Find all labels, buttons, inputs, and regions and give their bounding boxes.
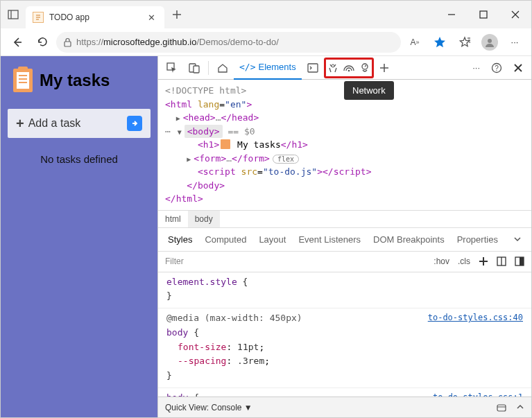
computed-styles-sidebar-icon[interactable]	[497, 256, 506, 266]
source-link[interactable]: to-do-styles.css:40	[428, 311, 523, 324]
minimize-button[interactable]	[436, 1, 467, 28]
favorites-bar-button[interactable]	[454, 31, 476, 53]
more-tabs-button[interactable]	[374, 56, 395, 80]
welcome-tab[interactable]	[212, 56, 234, 80]
issues-button[interactable]	[497, 403, 506, 412]
clipboard-icon	[13, 69, 33, 92]
quick-view-label: Quick View:	[165, 403, 209, 412]
svg-text:?: ?	[495, 64, 499, 72]
svg-point-22	[347, 69, 350, 71]
crumb-html[interactable]: html	[158, 211, 188, 227]
cls-button[interactable]: .cls	[458, 256, 470, 266]
lock-icon	[63, 37, 72, 47]
new-tab-button[interactable]	[164, 1, 189, 28]
filter-input[interactable]: Filter	[165, 256, 184, 266]
svg-rect-8	[480, 11, 487, 18]
subtab-properties[interactable]: Properties	[457, 234, 498, 245]
add-task-button[interactable]: + Add a task	[8, 109, 151, 138]
subtab-dom-breakpoints[interactable]: DOM Breakpoints	[373, 234, 445, 245]
subtab-styles[interactable]: Styles	[168, 234, 192, 245]
add-task-label: Add a task	[28, 117, 81, 130]
svg-line-24	[365, 65, 366, 67]
styles-subtabs: Styles Computed Layout Event Listeners D…	[158, 228, 531, 252]
menu-button[interactable]: ···	[504, 31, 526, 53]
highlighted-network-area	[324, 58, 374, 78]
quick-view-selector[interactable]: Console ▼	[211, 403, 252, 412]
elements-tab[interactable]: </>Elements	[234, 56, 302, 80]
close-button[interactable]	[499, 1, 531, 28]
hov-button[interactable]: :hov	[434, 256, 449, 266]
network-tab[interactable]	[343, 62, 355, 73]
svg-rect-20	[308, 64, 318, 72]
refresh-button[interactable]	[31, 31, 53, 53]
new-rule-button[interactable]	[479, 256, 488, 266]
network-tooltip: Network	[344, 81, 394, 100]
toggle-rendering-icon[interactable]	[515, 256, 524, 266]
devtools-close-button[interactable]	[508, 56, 529, 80]
rule-element-style: element.style { }	[158, 272, 531, 309]
svg-point-21	[332, 64, 334, 67]
svg-point-16	[488, 39, 492, 43]
tab-actions-button[interactable]	[1, 1, 26, 28]
svg-rect-12	[65, 42, 71, 46]
app-title: My tasks	[40, 71, 110, 90]
dom-breadcrumb[interactable]: html body	[158, 210, 531, 228]
app-panel: My tasks + Add a task No tasks defined	[1, 56, 157, 417]
browser-tab[interactable]: TODO app ✕	[26, 6, 164, 28]
svg-rect-19	[194, 66, 199, 73]
console-tab[interactable]	[302, 56, 324, 80]
app-header: My tasks	[1, 56, 157, 105]
favorite-button[interactable]	[429, 31, 451, 53]
tab-favicon	[33, 12, 44, 23]
inspect-element-button[interactable]	[161, 56, 183, 80]
devtools-help-button[interactable]: ?	[486, 56, 508, 80]
profile-button[interactable]	[479, 31, 501, 53]
device-emulation-button[interactable]	[183, 56, 205, 80]
quick-view-bar[interactable]: Quick View: Console ▼	[158, 397, 531, 417]
subtab-layout[interactable]: Layout	[259, 234, 286, 245]
devtools-panel: </>Elements ··· ? Network <!DOCTYPE html…	[157, 56, 531, 417]
devtools-tabs: </>Elements ··· ?	[158, 56, 531, 80]
plus-icon: +	[16, 116, 24, 132]
maximize-button[interactable]	[467, 1, 499, 28]
collapse-drawer-icon[interactable]	[516, 403, 524, 412]
svg-rect-0	[8, 10, 18, 19]
rule-body-margin: to-do-styles.css:1 body { margin: ▶calc(…	[158, 388, 531, 397]
source-link[interactable]: to-do-styles.css:1	[433, 391, 523, 397]
sources-tab[interactable]	[327, 62, 338, 73]
submit-arrow-icon[interactable]	[127, 116, 142, 131]
subtabs-overflow-icon[interactable]	[513, 235, 522, 243]
tab-title: TODO app	[49, 12, 139, 22]
address-bar: https://microsoftedge.github.io/Demos/de…	[1, 28, 531, 56]
read-aloud-button[interactable]: A»	[404, 31, 426, 53]
subtab-event-listeners[interactable]: Event Listeners	[298, 234, 361, 245]
subtab-computed[interactable]: Computed	[205, 234, 246, 245]
svg-rect-36	[520, 257, 524, 265]
url-text: https://microsoftedge.github.io/Demos/de…	[76, 37, 279, 47]
styles-filter-row: Filter :hov .cls	[158, 252, 531, 272]
back-button[interactable]	[6, 31, 28, 53]
svg-rect-37	[497, 405, 506, 411]
url-box[interactable]: https://microsoftedge.github.io/Demos/de…	[56, 32, 401, 53]
crumb-body[interactable]: body	[188, 211, 220, 227]
titlebar: TODO app ✕	[1, 1, 531, 28]
styles-body[interactable]: element.style { } to-do-styles.css:40 @m…	[158, 272, 531, 397]
empty-state-text: No tasks defined	[1, 153, 157, 165]
tab-close-icon[interactable]: ✕	[145, 11, 157, 24]
rule-media-body: to-do-styles.css:40 @media (max-width: 4…	[158, 308, 531, 388]
devtools-more-button[interactable]: ···	[467, 56, 486, 80]
window-controls	[436, 1, 531, 28]
performance-tab[interactable]	[359, 62, 370, 73]
